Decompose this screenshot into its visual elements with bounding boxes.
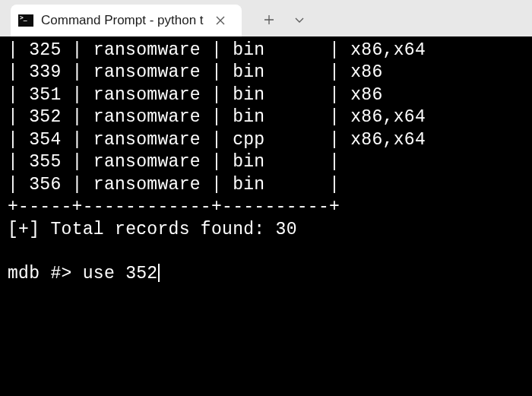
prompt-symbol: mdb #>	[8, 264, 83, 284]
close-icon	[216, 16, 225, 25]
cursor	[158, 264, 160, 282]
new-tab-button[interactable]	[255, 6, 283, 33]
plus-icon	[264, 14, 274, 25]
table-border: +-----+------------+----------+	[8, 197, 340, 217]
prompt-input: use 352	[83, 264, 158, 284]
tab-close-button[interactable]	[211, 11, 230, 30]
terminal-icon	[18, 14, 33, 27]
tab-active[interactable]: Command Prompt - python t	[11, 5, 242, 36]
tab-dropdown-button[interactable]	[286, 6, 313, 33]
window-titlebar: Command Prompt - python t	[0, 0, 532, 36]
tab-title: Command Prompt - python t	[41, 13, 204, 28]
terminal-output[interactable]: | 325 | ransomware | bin | x86,x64 | 339…	[0, 36, 532, 396]
status-prefix: [+]	[8, 220, 50, 239]
titlebar-actions	[255, 6, 313, 33]
chevron-down-icon	[294, 14, 305, 25]
status-text: Total records found: 30	[50, 220, 296, 239]
